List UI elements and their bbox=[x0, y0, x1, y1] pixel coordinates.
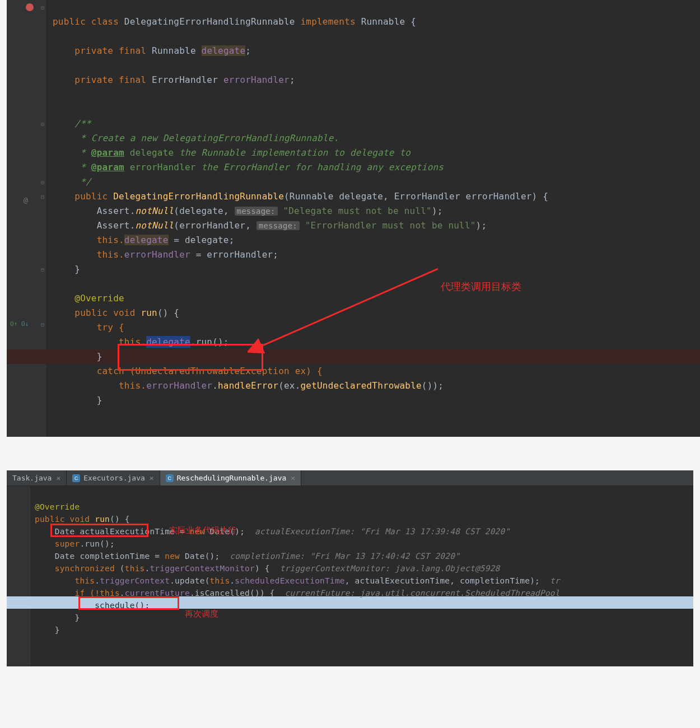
keyword-public: public bbox=[53, 16, 86, 27]
fold-marker[interactable]: ⊟ bbox=[41, 4, 44, 11]
field-errorHandler: errorHandler bbox=[146, 380, 212, 391]
javadoc-line: /** bbox=[74, 118, 91, 129]
handleError: handleError bbox=[218, 380, 278, 391]
keyword-public: public bbox=[35, 515, 65, 524]
run: run bbox=[141, 307, 157, 318]
param-hint: message: bbox=[235, 207, 278, 216]
getUndeclaredThrowable: getUndeclaredThrowable bbox=[301, 380, 422, 391]
gutter bbox=[7, 486, 30, 666]
close-icon[interactable]: × bbox=[291, 474, 295, 482]
run: run bbox=[95, 515, 110, 524]
paren: (delegate, bbox=[174, 206, 234, 216]
field-delegate: delegate bbox=[202, 45, 246, 56]
schedule-call: schedule(); bbox=[95, 601, 150, 610]
param-type: ErrorHandler bbox=[394, 191, 460, 202]
annotation-override: @Override bbox=[74, 293, 124, 304]
tab-label: ReschedulingRunnable.java bbox=[177, 474, 287, 482]
close-icon[interactable]: × bbox=[150, 474, 154, 482]
brace: } bbox=[97, 351, 102, 362]
keyword-class: class bbox=[91, 16, 119, 27]
fold-marker[interactable]: ⊟ bbox=[41, 267, 44, 273]
this: this. bbox=[119, 337, 146, 347]
fold-marker[interactable]: ⊟ bbox=[41, 194, 44, 200]
keyword-void: void bbox=[70, 515, 90, 524]
this: this. bbox=[97, 249, 124, 260]
notNull: notNull bbox=[136, 220, 174, 231]
javadoc-text: the ErrorHandler for handling any except… bbox=[196, 162, 444, 172]
inline-hint: completionTime: "Fri Mar 13 17:40:42 CST… bbox=[230, 552, 460, 561]
javadoc-line: * bbox=[74, 147, 91, 158]
tab-executors-java[interactable]: C Executors.java× bbox=[67, 470, 160, 486]
inline-hint: actualExecutionTime: "Fri Mar 13 17:39:4… bbox=[255, 527, 510, 536]
keyword-implements: implements bbox=[301, 16, 356, 27]
type: Runnable bbox=[152, 45, 196, 56]
gutter-override-icon[interactable]: @ bbox=[24, 196, 28, 204]
keyword-final: final bbox=[119, 45, 146, 56]
javadoc-param: errorHandler bbox=[130, 162, 196, 172]
code-editor-top[interactable]: ⊟ ⊟ ⊟ ⊟ ⊟ @ O↑ O↓ ⊟ public class Delegat… bbox=[7, 0, 700, 437]
annotation-label-business: 实际业务代码执行 bbox=[169, 525, 236, 536]
ctor-name: DelegatingErrorHandlingRunnable bbox=[113, 191, 284, 202]
field-errorHandler: errorHandler bbox=[124, 249, 190, 260]
code-content[interactable]: @Override public void run() { Date actua… bbox=[35, 488, 560, 648]
this: this. bbox=[119, 380, 146, 391]
this: this. bbox=[97, 235, 124, 245]
javadoc-param: delegate bbox=[130, 147, 174, 158]
tab-rescheduling-runnable-java[interactable]: C ReschedulingRunnable.java× bbox=[160, 470, 302, 486]
class-name: DelegatingErrorHandlingRunnable bbox=[124, 16, 295, 27]
javadoc-line: */ bbox=[74, 176, 91, 187]
javadoc-line: * Create a new DelegatingErrorHandlingRu… bbox=[74, 133, 339, 143]
paren: (errorHandler, bbox=[174, 220, 256, 231]
assert-class: Assert. bbox=[97, 220, 136, 231]
class-file-icon: C bbox=[72, 474, 80, 482]
string: "Delegate must not be null" bbox=[283, 206, 432, 216]
keyword-public: public bbox=[74, 307, 108, 318]
tab-label: Executors.java bbox=[83, 474, 145, 482]
field-delegate: delegate bbox=[124, 235, 169, 245]
field-delegate-selected: delegate bbox=[146, 336, 190, 348]
javadoc-tag: @param bbox=[91, 147, 124, 158]
tab-task-java[interactable]: Task.java× bbox=[7, 470, 67, 486]
code-editor-bottom[interactable]: Task.java× C Executors.java× C Reschedul… bbox=[7, 470, 693, 666]
assert-class: Assert. bbox=[97, 206, 136, 216]
keyword-void: void bbox=[113, 307, 135, 318]
field-errorHandler: errorHandler bbox=[223, 74, 290, 85]
keyword-public: public bbox=[74, 191, 108, 202]
inline-hint: triggerContextMonitor: java.lang.Object@… bbox=[280, 564, 500, 573]
editor-tabs: Task.java× C Executors.java× C Reschedul… bbox=[7, 470, 693, 486]
keyword-private: private bbox=[74, 45, 113, 56]
inline-hint: tr bbox=[550, 576, 560, 585]
inline-hint: currentFuture: java.util.concurrent.Sche… bbox=[285, 589, 560, 598]
fold-marker[interactable]: ⊟ bbox=[41, 179, 44, 185]
type: ErrorHandler bbox=[152, 74, 218, 85]
fold-marker[interactable]: ⊟ bbox=[41, 121, 44, 127]
param-type: Runnable bbox=[290, 191, 334, 202]
param-hint: message: bbox=[256, 221, 300, 230]
fold-marker[interactable]: ⊟ bbox=[41, 321, 44, 328]
close-icon[interactable]: × bbox=[56, 474, 60, 482]
code-content[interactable]: public class DelegatingErrorHandlingRunn… bbox=[53, 0, 548, 422]
interface-name: Runnable bbox=[361, 16, 405, 27]
gutter: ⊟ ⊟ ⊟ ⊟ ⊟ @ O↑ O↓ ⊟ bbox=[7, 0, 46, 437]
super: super bbox=[55, 539, 80, 548]
javadoc-text: the Runnable implementation to delegate … bbox=[174, 147, 410, 158]
overriding-method-icon[interactable]: O↑ bbox=[10, 320, 17, 328]
annotation-label-delegate: 代理类调用目标类 bbox=[441, 280, 521, 293]
string: "ErrorHandler must not be null" bbox=[305, 220, 476, 231]
keyword-private: private bbox=[74, 74, 113, 85]
keyword-final: final bbox=[119, 74, 146, 85]
class-file-icon: C bbox=[166, 474, 174, 482]
breakpoint-icon[interactable] bbox=[26, 3, 34, 11]
param: errorHandler bbox=[466, 191, 532, 202]
param: delegate bbox=[339, 191, 383, 202]
keyword-catch: catch (UndeclaredThrowableException ex) … bbox=[97, 366, 323, 376]
javadoc-tag: @param bbox=[91, 162, 124, 172]
annotation-label-reschedule: 再次调度 bbox=[185, 609, 218, 619]
keyword-synchronized: synchronized bbox=[55, 564, 120, 573]
tab-label: Task.java bbox=[12, 474, 52, 482]
keyword-try: try { bbox=[97, 322, 124, 333]
overridden-method-icon[interactable]: O↓ bbox=[21, 320, 29, 328]
javadoc-line: * bbox=[74, 162, 91, 172]
annotation-override: @Override bbox=[35, 502, 80, 511]
notNull: notNull bbox=[136, 206, 174, 216]
